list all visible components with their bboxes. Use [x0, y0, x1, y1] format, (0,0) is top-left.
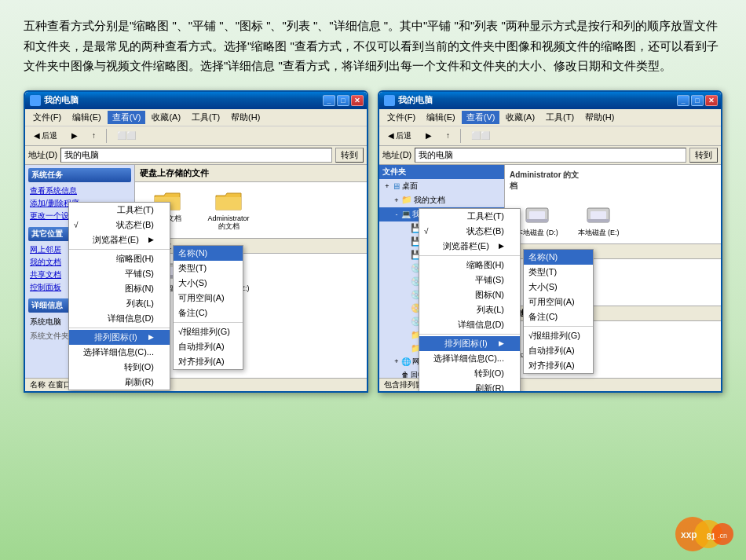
- tree-my-docs[interactable]: + 📁 我的文档: [379, 193, 504, 207]
- right-ctx-browser-bar[interactable]: 浏览器栏(E) ▶: [419, 239, 520, 254]
- right-admin-docs: Administrator 的文档: [510, 170, 716, 192]
- ctx-list[interactable]: 列表(L): [69, 296, 170, 311]
- right-file-area: Administrator 的文档 本地磁盘 (D:): [505, 165, 721, 244]
- windows-container: 我的电脑 _ □ ✕ 文件(F) 编辑(E) 查看(V) 收藏(A) 工具(T)…: [24, 90, 722, 393]
- sub-size[interactable]: 大小(S): [174, 276, 243, 291]
- ctx-icon[interactable]: 图标(N): [69, 281, 170, 296]
- ctx-goto[interactable]: 转到(O): [69, 360, 170, 375]
- right-up-button[interactable]: ↑: [441, 129, 455, 142]
- right-ctx-toolbar[interactable]: 工具栏(T): [419, 209, 520, 224]
- right-sub-note[interactable]: 备注(C): [524, 309, 593, 324]
- minimize-button[interactable]: _: [323, 95, 335, 106]
- menu-tools[interactable]: 工具(T): [187, 111, 225, 124]
- sub-group[interactable]: √报组排列(G): [174, 324, 243, 339]
- menu-file[interactable]: 文件(F): [28, 111, 66, 124]
- sub-auto[interactable]: 自动排列(A): [174, 339, 243, 354]
- view-system-info-link[interactable]: 查看系统信息: [28, 185, 131, 197]
- right-ctx-tile[interactable]: 平铺(S): [419, 273, 520, 287]
- back-button[interactable]: ◀ 后退: [28, 128, 63, 144]
- ctx-browser-bar[interactable]: 浏览器栏(E) ▶: [69, 232, 170, 247]
- right-menu-tools[interactable]: 工具(T): [541, 111, 579, 124]
- ctx-sep1: [69, 249, 170, 250]
- right-ctx-choose-details[interactable]: 选择详细信息(C)...: [419, 351, 520, 366]
- close-button[interactable]: ✕: [351, 95, 364, 106]
- maximize-button[interactable]: □: [337, 95, 349, 106]
- tree-desktop[interactable]: + 🖥 桌面: [379, 179, 504, 193]
- goto-button[interactable]: 转到: [335, 148, 364, 163]
- right-back-button[interactable]: ◀ 后退: [382, 128, 417, 144]
- left-win-controls[interactable]: _ □ ✕: [323, 95, 364, 106]
- forward-button[interactable]: ▶: [66, 129, 83, 142]
- right-ctx-details[interactable]: 详细信息(D): [419, 317, 520, 332]
- menu-favorites[interactable]: 收藏(A): [147, 111, 185, 124]
- menu-help[interactable]: 帮助(H): [226, 111, 265, 124]
- right-sub-size[interactable]: 大小(S): [524, 280, 593, 295]
- left-submenu[interactable]: 名称(N) 类型(T) 大小(S) 可用空间(A) 备注(C) √报组排列(G)…: [173, 245, 243, 370]
- right-drive-e-label: 本地磁盘 (E:): [578, 229, 620, 237]
- right-ctx-statusbar[interactable]: √状态栏(B): [419, 224, 520, 239]
- right-menubar[interactable]: 文件(F) 编辑(E) 查看(V) 收藏(A) 工具(T) 帮助(H): [379, 109, 721, 126]
- right-forward-button[interactable]: ▶: [420, 129, 437, 142]
- left-context-menu[interactable]: 工具栏(T) √状态栏(B) 浏览器栏(E) ▶ 缩略图(H) 平铺(S) 图标…: [68, 202, 170, 390]
- right-sub-type[interactable]: 类型(T): [524, 265, 593, 280]
- system-tasks-header: 系统任务: [28, 168, 131, 182]
- right-menu-view[interactable]: 查看(V): [462, 111, 500, 124]
- right-ctx-list[interactable]: 列表(L): [419, 302, 520, 317]
- right-sub-name[interactable]: 名称(N): [524, 250, 593, 265]
- right-close-button[interactable]: ✕: [705, 95, 718, 106]
- right-sub-auto[interactable]: 自动排列(A): [524, 343, 593, 358]
- menu-view[interactable]: 查看(V): [108, 111, 146, 124]
- right-menu-edit[interactable]: 编辑(E): [422, 111, 460, 124]
- ctx-toolbar[interactable]: 工具栏(T): [69, 203, 170, 218]
- right-menu-help[interactable]: 帮助(H): [580, 111, 619, 124]
- right-view-type-button[interactable]: ⬜⬜: [466, 129, 496, 142]
- right-ctx-thumbnail[interactable]: 缩略图(H): [419, 258, 520, 273]
- right-drive-d-label: 本地磁盘 (D:): [516, 229, 558, 237]
- view-type-button[interactable]: ⬜⬜: [112, 129, 141, 142]
- ctx-thumbnail[interactable]: 缩略图(H): [69, 251, 170, 266]
- sub-name[interactable]: 名称(N): [174, 246, 243, 261]
- right-submenu[interactable]: 名称(N) 类型(T) 大小(S) 可用空间(A) 备注(C) √报组排列(G)…: [523, 249, 594, 374]
- address-field[interactable]: 我的电脑: [60, 148, 332, 163]
- up-icon: ↑: [92, 131, 96, 140]
- sub-align[interactable]: 对齐排列(A): [174, 354, 243, 369]
- ctx-tile[interactable]: 平铺(S): [69, 266, 170, 281]
- admin-docs-item[interactable]: Administrator 的文档: [201, 187, 256, 234]
- right-toolbar[interactable]: ◀ 后退 ▶ ↑ ⬜⬜: [379, 126, 721, 146]
- ctx-refresh[interactable]: 刷新(R): [69, 375, 170, 390]
- left-toolbar[interactable]: ◀ 后退 ▶ ↑ ⬜⬜: [25, 126, 367, 146]
- left-window: 我的电脑 _ □ ✕ 文件(F) 编辑(E) 查看(V) 收藏(A) 工具(T)…: [24, 90, 368, 393]
- right-titlebar: 我的电脑 _ □ ✕: [379, 92, 721, 109]
- sub-note[interactable]: 备注(C): [174, 306, 243, 320]
- right-ctx-sep1: [419, 255, 520, 256]
- menu-edit[interactable]: 编辑(E): [68, 111, 106, 124]
- right-menu-favorites[interactable]: 收藏(A): [501, 111, 539, 124]
- up-button[interactable]: ↑: [86, 129, 101, 142]
- sub-free-space[interactable]: 可用空间(A): [174, 291, 243, 306]
- right-maximize-button[interactable]: □: [691, 95, 704, 106]
- right-ctx-goto[interactable]: 转到(O): [419, 366, 520, 381]
- left-addressbar[interactable]: 地址(D) 我的电脑 转到: [25, 146, 367, 165]
- right-drive-e[interactable]: 本地磁盘 (E:): [571, 201, 626, 240]
- toolbar-sep: [106, 129, 107, 143]
- right-ctx-arrange[interactable]: 排列图标(I) ▶: [419, 336, 520, 351]
- right-addressbar[interactable]: 地址(D) 我的电脑 转到: [379, 146, 721, 165]
- right-menu-file[interactable]: 文件(F): [382, 111, 420, 124]
- right-sub-align[interactable]: 对齐排列(A): [524, 358, 593, 373]
- right-win-controls[interactable]: _ □ ✕: [677, 95, 718, 106]
- left-menubar[interactable]: 文件(F) 编辑(E) 查看(V) 收藏(A) 工具(T) 帮助(H): [25, 109, 367, 126]
- right-minimize-button[interactable]: _: [677, 95, 689, 106]
- right-up-icon: ↑: [446, 131, 450, 140]
- ctx-choose-details[interactable]: 选择详细信息(C)...: [69, 345, 170, 360]
- right-goto-button[interactable]: 转到: [689, 148, 718, 163]
- right-context-menu[interactable]: 工具栏(T) √状态栏(B) 浏览器栏(E) ▶ 缩略图(H) 平铺(S) 图标…: [419, 208, 521, 393]
- right-address-field[interactable]: 我的电脑: [415, 148, 686, 163]
- ctx-details[interactable]: 详细信息(D): [69, 311, 170, 326]
- right-sub-group[interactable]: √报组排列(G): [524, 328, 593, 343]
- right-ctx-refresh[interactable]: 刷新(R): [419, 381, 520, 393]
- sub-type[interactable]: 类型(T): [174, 261, 243, 276]
- right-ctx-icon[interactable]: 图标(N): [419, 287, 520, 302]
- ctx-statusbar[interactable]: √状态栏(B): [69, 218, 170, 232]
- right-sub-free-space[interactable]: 可用空间(A): [524, 295, 593, 309]
- ctx-arrange[interactable]: 排列图标(I) ▶: [69, 330, 170, 345]
